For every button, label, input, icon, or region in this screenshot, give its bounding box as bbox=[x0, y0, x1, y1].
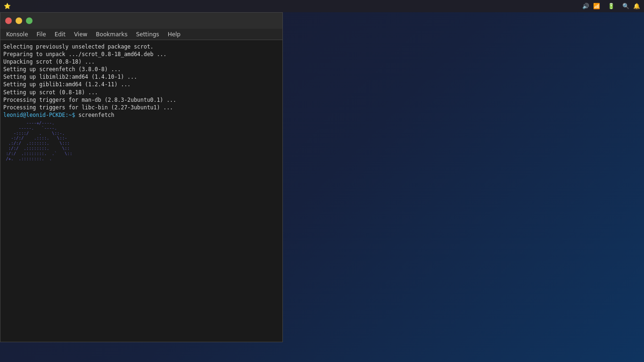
konsole-minimize-button[interactable] bbox=[16, 17, 22, 24]
konsole-menu-item-edit[interactable]: Edit bbox=[51, 30, 69, 39]
system-bar-left: ⭐ bbox=[4, 3, 50, 9]
system-bar: ⭐ 🔊 📶 🔋 🔍 🔔 bbox=[0, 0, 644, 12]
konsole-menu-item-bookmarks[interactable]: Bookmarks bbox=[92, 30, 131, 39]
konsole-menu-item-konsole[interactable]: Konsole bbox=[2, 30, 32, 39]
konsole-titlebar bbox=[0, 13, 282, 29]
volume-icon: 🔊 bbox=[582, 3, 589, 9]
konsole-menubar: Konsole File Edit View Bookmarks Setting… bbox=[0, 29, 282, 40]
notification-icon[interactable]: 🔔 bbox=[633, 3, 640, 9]
screenfetch-logo: ----+/----. -----. `----. -::::/ . \::-.… bbox=[3, 121, 72, 161]
konsole-menu-item-view[interactable]: View bbox=[70, 30, 91, 39]
system-app-icon: ⭐ bbox=[4, 3, 11, 9]
terminal-output: Selecting previously unselected package … bbox=[3, 43, 280, 119]
battery-icon: 🔋 bbox=[608, 3, 615, 9]
network-icon: 📶 bbox=[593, 3, 600, 9]
search-icon[interactable]: 🔍 bbox=[622, 3, 629, 9]
konsole-menu-item-file[interactable]: File bbox=[33, 30, 50, 39]
konsole-close-button[interactable] bbox=[5, 17, 12, 24]
system-bar-right: 🔊 📶 🔋 🔍 🔔 bbox=[578, 3, 640, 9]
konsole-menu-item-help[interactable]: Help bbox=[164, 30, 184, 39]
konsole-window: Konsole File Edit View Bookmarks Setting… bbox=[0, 12, 283, 342]
konsole-maximize-button[interactable] bbox=[26, 17, 33, 24]
konsole-menu-item-settings[interactable]: Settings bbox=[132, 30, 163, 39]
screenfetch-output: ----+/----. -----. `----. -::::/ . \::-.… bbox=[3, 121, 280, 161]
konsole-terminal[interactable]: Selecting previously unselected package … bbox=[0, 40, 282, 342]
